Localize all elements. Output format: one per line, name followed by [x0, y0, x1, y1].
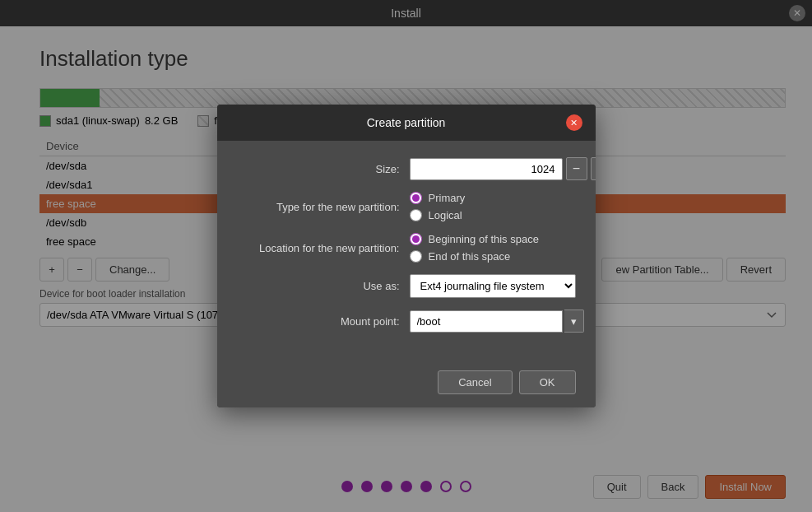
create-partition-dialog: Create partition ✕ Size: − + MB Type for… [217, 105, 596, 407]
size-row: Size: − + MB [237, 157, 576, 180]
dialog-header: Create partition ✕ [217, 105, 596, 141]
dialog-close-button[interactable]: ✕ [566, 114, 582, 131]
type-row: Type for the new partition: Primary Logi… [237, 192, 576, 221]
use-as-label: Use as: [237, 280, 410, 292]
dialog-body: Size: − + MB Type for the new partition:… [217, 141, 596, 361]
type-logical-radio[interactable] [410, 209, 422, 221]
location-beginning-label: Beginning of this space [429, 233, 539, 245]
size-control: − + MB [410, 157, 596, 180]
type-control: Primary Logical [410, 192, 576, 221]
use-as-row: Use as: Ext4 journaling file systemExt3 … [237, 274, 576, 298]
location-beginning-option[interactable]: Beginning of this space [410, 233, 539, 245]
type-logical-label: Logical [429, 209, 462, 221]
cancel-button[interactable]: Cancel [438, 370, 512, 394]
mount-point-control: ▾ [410, 310, 584, 333]
dialog-title: Create partition [247, 116, 566, 129]
type-label: Type for the new partition: [237, 201, 410, 213]
size-decrease-button[interactable]: − [566, 157, 587, 180]
mount-point-row: Mount point: ▾ [237, 310, 576, 333]
ok-button[interactable]: OK [519, 370, 576, 394]
mount-point-label: Mount point: [237, 315, 410, 328]
size-input[interactable] [410, 158, 563, 180]
location-end-radio[interactable] [410, 250, 422, 263]
location-radio-group: Beginning of this space End of this spac… [410, 233, 539, 263]
mount-group: ▾ [410, 310, 584, 333]
use-as-select[interactable]: Ext4 journaling file systemExt3 journali… [410, 274, 576, 298]
dialog-footer: Cancel OK [217, 361, 596, 407]
type-primary-label: Primary [429, 192, 466, 204]
location-end-option[interactable]: End of this space [410, 250, 539, 263]
type-primary-radio[interactable] [410, 192, 422, 204]
location-beginning-radio[interactable] [410, 233, 422, 245]
location-end-label: End of this space [429, 250, 511, 263]
location-label: Location for the new partition: [237, 242, 410, 254]
use-as-control: Ext4 journaling file systemExt3 journali… [410, 274, 576, 298]
type-radio-group: Primary Logical [410, 192, 466, 221]
mount-point-input[interactable] [410, 310, 563, 333]
size-label: Size: [237, 163, 410, 175]
mount-point-dropdown-button[interactable]: ▾ [564, 310, 584, 333]
location-row: Location for the new partition: Beginnin… [237, 233, 576, 263]
size-increase-button[interactable]: + [591, 157, 596, 180]
size-input-group: − + MB [410, 157, 596, 180]
type-logical-option[interactable]: Logical [410, 209, 466, 221]
type-primary-option[interactable]: Primary [410, 192, 466, 204]
location-control: Beginning of this space End of this spac… [410, 233, 576, 263]
